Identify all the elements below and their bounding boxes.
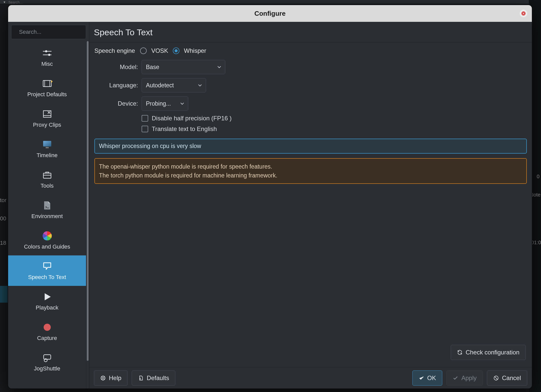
speech-engine-label: Speech engine — [94, 47, 135, 54]
language-combo[interactable]: Autodetect — [142, 78, 206, 92]
category-label: Playback — [36, 304, 58, 311]
category-environment[interactable]: Environment — [8, 194, 86, 225]
category-sidebar: Misc Project Defaults — [8, 22, 89, 388]
record-icon — [42, 322, 53, 333]
dropdown-triangle-icon: ▾ — [4, 0, 5, 4]
bg-search: Search... — [8, 0, 64, 4]
category-colors-guides[interactable]: Colors and Guides — [8, 225, 86, 255]
category-label: Project Defaults — [27, 91, 67, 98]
chevron-down-icon — [217, 65, 222, 69]
category-label: Proxy Clips — [33, 122, 61, 128]
category-label: Environment — [31, 213, 63, 220]
disable-fp16-checkbox[interactable] — [142, 115, 148, 122]
category-misc[interactable]: Misc — [8, 42, 86, 73]
dialog-title: Configure — [255, 10, 286, 18]
filmstrip-star-icon — [42, 78, 53, 89]
language-value: Autodetect — [146, 82, 174, 89]
category-tools[interactable]: Tools — [8, 164, 86, 194]
refresh-icon — [457, 350, 463, 355]
check-icon — [453, 375, 458, 381]
category-proxy-clips[interactable]: Proxy Clips — [8, 103, 86, 134]
device-value: Probing... — [146, 100, 171, 107]
language-label: Language: — [94, 82, 142, 89]
device-combo[interactable]: Probing... — [142, 96, 188, 111]
defaults-button[interactable]: Defaults — [132, 370, 175, 386]
chevron-down-icon — [198, 83, 202, 88]
toolbox-icon — [42, 169, 53, 181]
close-icon — [521, 11, 526, 15]
proxy-icon — [42, 108, 53, 120]
check-icon — [419, 375, 424, 381]
category-list: Misc Project Defaults — [8, 41, 86, 388]
translate-checkbox[interactable] — [142, 126, 148, 132]
category-capture[interactable]: Capture — [8, 316, 86, 347]
dialog-titlebar: Configure — [8, 5, 532, 22]
terminal-file-icon — [42, 200, 52, 211]
category-playback[interactable]: Playback — [8, 286, 86, 316]
radio-checked-icon — [173, 47, 179, 54]
engine-radio-whisper[interactable]: Whisper — [173, 47, 206, 54]
model-value: Base — [146, 64, 159, 71]
settings-panel: Speech engine VOSK Whisper Model: — [89, 43, 532, 367]
svg-point-13 — [102, 377, 104, 379]
category-label: Misc — [41, 61, 53, 67]
disable-fp16-label: Disable half precision (FP16 ) — [152, 115, 232, 122]
color-wheel-icon — [42, 230, 53, 241]
svg-rect-10 — [44, 355, 51, 359]
speech-bubble-icon — [42, 261, 53, 272]
monitor-icon — [42, 139, 53, 150]
svg-point-9 — [44, 324, 51, 331]
sidebar-scrollbar[interactable] — [86, 41, 89, 388]
dialog-button-bar: Help Defaults OK — [89, 367, 532, 388]
missing-modules-warning: The openai-whisper python module is requ… — [94, 158, 527, 184]
jog-icon — [42, 352, 53, 363]
engine-radio-vosk[interactable]: VOSK — [140, 47, 168, 54]
page-title: Speech To Text — [89, 22, 532, 43]
svg-rect-6 — [43, 141, 51, 146]
chevron-down-icon — [180, 101, 184, 106]
svg-rect-7 — [46, 147, 49, 148]
sliders-icon — [42, 47, 53, 59]
ok-button[interactable]: OK — [412, 370, 443, 386]
apply-button[interactable]: Apply — [446, 370, 483, 386]
svg-point-3 — [48, 54, 50, 56]
lifebuoy-icon — [100, 375, 106, 381]
sidebar-search-input[interactable] — [19, 29, 89, 35]
radio-icon — [140, 47, 147, 54]
category-speech-to-text[interactable]: Speech To Text — [8, 255, 86, 286]
cancel-icon — [493, 375, 499, 381]
check-configuration-button[interactable]: Check configuration — [451, 345, 526, 360]
category-label: Colors and Guides — [24, 243, 70, 250]
category-timeline[interactable]: Timeline — [8, 134, 86, 164]
category-project-defaults[interactable]: Project Defaults — [8, 73, 86, 103]
category-label: Capture — [37, 335, 57, 341]
model-label: Model: — [94, 63, 142, 71]
scrollbar-thumb[interactable] — [87, 41, 89, 361]
cancel-button[interactable]: Cancel — [487, 370, 527, 386]
model-combo[interactable]: Base — [142, 60, 225, 74]
document-revert-icon — [138, 375, 144, 381]
category-label: Speech To Text — [28, 274, 66, 281]
help-button[interactable]: Help — [94, 370, 128, 386]
category-label: JogShuttle — [34, 365, 60, 372]
svg-rect-4 — [43, 80, 51, 87]
svg-point-2 — [45, 51, 47, 52]
category-jogshuttle[interactable]: JogShuttle — [8, 347, 86, 377]
svg-rect-8 — [43, 173, 51, 178]
cpu-warning-info: Whisper processing on cpu is very slow — [94, 139, 527, 154]
category-label: Timeline — [37, 152, 57, 159]
close-button[interactable] — [520, 10, 527, 17]
sidebar-search[interactable] — [11, 25, 86, 39]
category-label: Tools — [41, 183, 54, 189]
configure-dialog: Configure — [8, 5, 532, 388]
play-icon — [42, 291, 53, 302]
device-label: Device: — [94, 100, 142, 107]
translate-label: Translate text to English — [152, 125, 217, 133]
